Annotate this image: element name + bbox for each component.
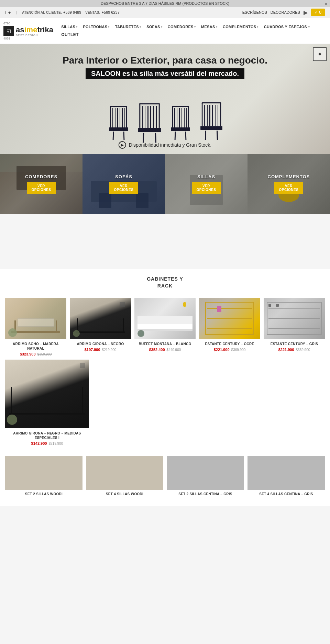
logo[interactable]: €790 ◱ asimetrika BEST DESIGN 4951 — [3, 22, 52, 40]
product-set-2-sillas-centina[interactable]: SET 2 SILLAS CENTINA – GRIS — [165, 454, 246, 499]
product-arrimo-girona-large[interactable]: ARRIMO GIRONA – NEGRO – MEDIDAS ESPECIAL… — [3, 358, 91, 447]
product-set-4-sillas-woodi[interactable]: SET 4 SILLAS WOODI — [84, 454, 165, 499]
nav-outlet[interactable]: OUTLET — [58, 31, 81, 39]
hero-cta[interactable]: ▶ Disponibilidad inmediata y Gran Stock. — [119, 141, 211, 149]
category-complementos[interactable]: COMPLEMENTOS VEROPCIONES — [248, 154, 330, 214]
nav-cuadros[interactable]: CUADROS Y ESPEJOS ✉ — [261, 23, 312, 31]
logo-model: 4951 — [3, 37, 10, 40]
arrimo-girona-price: $197.900 $219.900 — [70, 348, 131, 352]
sofas-title: SOFÁS — [115, 174, 132, 179]
chair-3 — [168, 106, 192, 140]
cart-button[interactable]: ✓ 0 — [311, 9, 325, 16]
chair-2 — [136, 103, 164, 143]
set-2-sillas-woodi-img — [5, 456, 82, 490]
buffet-montana-price-current: $352.400 — [149, 348, 165, 352]
logo-brand: asimetrika — [16, 26, 53, 34]
top-banner-text: DESPACHOS ENTRE 3 A 7 DÍAS HÁBILES RM (P… — [101, 1, 229, 5]
estante-century-gris-price-current: $221.900 — [278, 348, 294, 352]
product-estante-century-gris-img — [264, 298, 325, 339]
nav-complementos[interactable]: COMPLEMENTOS ▾ — [220, 23, 261, 31]
buffet-montana-name: BUFFET MONTANA – BLANCO — [134, 342, 196, 346]
chair-4 — [198, 102, 225, 140]
estante-century-gris-name: ESTANTE CENTURY – GRIS — [264, 342, 325, 346]
product-arrimo-soho-img — [5, 298, 66, 339]
set-2-sillas-centina-name: SET 2 SILLAS CENTINA – GRIS — [167, 492, 244, 496]
sofas-btn[interactable]: VEROPCIONES — [109, 182, 139, 194]
product-arrimo-girona[interactable]: ARRIMO GIRONA – NEGRO $197.900 $219.900 — [68, 296, 133, 358]
category-sillas[interactable]: SILLAS VEROPCIONES — [165, 154, 248, 214]
category-comedores[interactable]: COMEDORES VEROPCIONES — [0, 154, 82, 214]
estante-century-ocre-price-current: $221.900 — [214, 348, 230, 352]
close-banner-button[interactable]: × — [324, 1, 327, 7]
set-2-sillas-woodi-name: SET 2 SILLAS WOODI — [5, 492, 82, 496]
top-bar-links: ESCRÍBENOS DECORADORES ▶ ✓ 0 — [242, 9, 325, 16]
nav-sillas[interactable]: SILLAS ▾ — [58, 23, 80, 31]
arrimo-soho-price: $323.900 $359.900 — [5, 352, 66, 356]
hero-headline: Para Interior o Exterior, para casa o ne… — [45, 54, 285, 67]
comedores-title: COMEDORES — [25, 174, 57, 179]
product-buffet-montana-img — [134, 298, 196, 339]
atencion-cliente: ATENCIÓN AL CLIENTE: +569 6489 — [22, 10, 81, 14]
hero-banner: Para Interior o Exterior, para casa o ne… — [0, 44, 330, 154]
estante-century-ocre-price-old: $369.900 — [231, 348, 246, 352]
product-estante-century-gris[interactable]: ESTANTE CENTURY – GRIS $221.900 $369.900 — [262, 296, 327, 358]
price-tag: €790 — [3, 22, 10, 25]
chair-1 — [107, 106, 131, 140]
escribenos-link[interactable]: ESCRÍBENOS — [242, 10, 267, 14]
estante-century-gris-price: $221.900 $369.900 — [264, 348, 325, 352]
hero-text: Para Interior o Exterior, para casa o ne… — [45, 54, 285, 79]
spacer — [0, 214, 330, 269]
plus-icon[interactable]: + — [8, 10, 11, 15]
set-4-sillas-centina-name: SET 4 SILLAS CENTINA – GRIS — [248, 492, 325, 496]
set-2-sillas-centina-img — [167, 456, 244, 490]
section-title: GABINETES YRACK — [3, 276, 327, 289]
estante-century-ocre-price: $221.900 $369.900 — [199, 348, 260, 352]
product-arrimo-girona-img — [70, 298, 131, 339]
divider: | — [16, 10, 17, 14]
logo-sub: BEST DESIGN — [16, 34, 53, 37]
product-estante-century-ocre[interactable]: ESTANTE CENTURY – OCRE $221.900 $369.900 — [197, 296, 262, 358]
category-comedores-overlay: COMEDORES VEROPCIONES — [0, 154, 82, 214]
product-estante-century-ocre-img — [199, 298, 260, 339]
nav-poltronas[interactable]: POLTRONAS ▾ — [80, 23, 112, 31]
product-set-2-sillas-woodi[interactable]: SET 2 SILLAS WOODI — [3, 454, 84, 499]
arrimo-girona-large-price: $142.900 $219.900 — [5, 441, 89, 445]
atencion-phone: +569 6489 — [63, 10, 81, 14]
nav-comedores[interactable]: COMEDORES ▾ — [165, 23, 198, 31]
nav-sofas[interactable]: SOFÁS ▾ — [144, 23, 165, 31]
facebook-icon[interactable]: f — [5, 10, 7, 15]
hero-chairs — [107, 106, 223, 140]
complementos-btn[interactable]: VEROPCIONES — [274, 182, 304, 194]
ventas-phone: +569 6237 — [101, 10, 119, 14]
top-bar: f + | ATENCIÓN AL CLIENTE: +569 6489 VEN… — [0, 7, 330, 18]
product-arrimo-soho[interactable]: ARRIMO SOHO – MADERA NATURAL $323.900 $3… — [3, 296, 68, 358]
social-icons: f + — [5, 10, 11, 15]
ventas: VENTAS: +569 6237 — [85, 10, 119, 14]
arrimo-soho-name: ARRIMO SOHO – MADERA NATURAL — [5, 342, 66, 351]
youtube-icon[interactable]: ▶ — [304, 9, 308, 16]
set-4-sillas-woodi-img — [86, 456, 163, 490]
product-buffet-montana[interactable]: BUFFET MONTANA – BLANCO $352.400 $440.90… — [133, 296, 197, 358]
nav-mesas[interactable]: MESAS ▾ — [198, 23, 220, 31]
arrimo-girona-price-old: $219.900 — [102, 348, 117, 352]
sillas-btn[interactable]: VEROPCIONES — [192, 182, 221, 194]
arrimo-girona-price-current: $197.900 — [85, 348, 100, 352]
arrimo-girona-name: ARRIMO GIRONA – NEGRO — [70, 342, 131, 346]
arrimo-girona-large-name: ARRIMO GIRONA – NEGRO – MEDIDAS ESPECIAL… — [5, 431, 89, 440]
nav-taburetes[interactable]: TABURETES ▾ — [112, 23, 144, 31]
navigation: €790 ◱ asimetrika BEST DESIGN 4951 SILLA… — [0, 18, 330, 44]
logo-icon: ◱ — [3, 26, 14, 36]
comedores-btn[interactable]: VEROPCIONES — [27, 182, 56, 194]
category-sofas[interactable]: SOFÁS VEROPCIONES — [82, 154, 165, 214]
atencion-label: ATENCIÓN AL CLIENTE: — [22, 11, 62, 14]
category-complementos-overlay: COMPLEMENTOS VEROPCIONES — [248, 154, 330, 214]
ventas-label: VENTAS: — [85, 11, 100, 14]
category-grid: COMEDORES VEROPCIONES SOFÁS VEROPCIONES … — [0, 154, 330, 214]
contact-info: ATENCIÓN AL CLIENTE: +569 6489 VENTAS: +… — [22, 10, 120, 14]
arrimo-soho-price-old: $359.900 — [37, 352, 52, 356]
product-set-4-sillas-centina[interactable]: SET 4 SILLAS CENTINA – GRIS — [246, 454, 327, 499]
estante-century-ocre-name: ESTANTE CENTURY – OCRE — [199, 342, 260, 346]
decoradores-link[interactable]: DECORADORES — [271, 10, 300, 14]
products-section: GABINETES YRACK ARRIMO SOHO – MADERA NAT… — [0, 269, 330, 506]
arrimo-girona-large-price-current: $142.900 — [31, 441, 47, 445]
